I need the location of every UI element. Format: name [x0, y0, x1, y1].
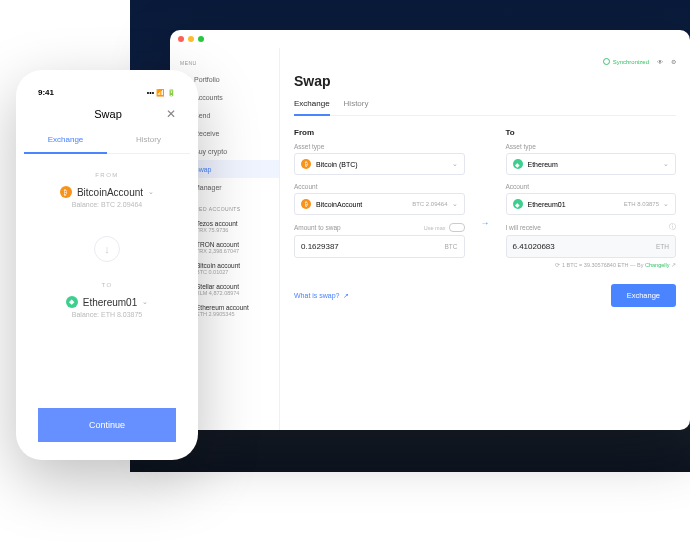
swap-arrow-icon: →: [479, 218, 492, 228]
phone-header: Swap ✕: [24, 101, 190, 127]
to-heading: To: [506, 128, 677, 137]
page-title: Swap: [294, 73, 676, 89]
use-max-toggle[interactable]: Use max: [424, 223, 465, 232]
tab-exchange[interactable]: Exchange: [294, 99, 330, 116]
main-content: Synchronized 👁 ⚙ Swap Exchange History F…: [280, 48, 690, 430]
phone-tab-exchange[interactable]: Exchange: [24, 127, 107, 154]
close-icon[interactable]: ✕: [166, 107, 176, 121]
asset-type-label: Asset type: [294, 143, 465, 150]
to-account-select[interactable]: ◆ Ethereum01 ⌄: [66, 296, 148, 308]
phone-title: Swap: [94, 108, 122, 120]
from-account-select[interactable]: ₿ BitcoinAccount ⌄: [60, 186, 154, 198]
topbar: Synchronized 👁 ⚙: [294, 58, 676, 65]
chevron-down-icon: ⌄: [142, 298, 148, 306]
tab-history[interactable]: History: [344, 99, 369, 115]
close-dot[interactable]: [178, 36, 184, 42]
to-asset-select[interactable]: ◆Ethereum ⌄: [506, 153, 677, 175]
bitcoin-icon: ₿: [301, 199, 311, 209]
clock: 9:41: [38, 88, 54, 97]
amount-label: Amount to swapUse max: [294, 223, 465, 232]
to-account-select[interactable]: ◆Ethereum01 ETH 8.03875⌄: [506, 193, 677, 215]
status-bar: 9:41 ••• 📶 🔋: [24, 78, 190, 101]
rate-line: ⟳ 1 BTC = 39.30576840 ETH — By Changelly…: [506, 262, 677, 268]
account-label: Account: [506, 183, 677, 190]
receive-output: 6.41020683 ETH: [506, 235, 677, 258]
bitcoin-icon: ₿: [301, 159, 311, 169]
from-label: FROM: [95, 172, 119, 178]
max-dot[interactable]: [198, 36, 204, 42]
from-column: From Asset type ₿Bitcoin (BTC) ⌄ Account…: [294, 128, 465, 262]
ethereum-icon: ◆: [66, 296, 78, 308]
ethereum-icon: ◆: [513, 159, 523, 169]
account-label: Account: [294, 183, 465, 190]
sync-status: Synchronized: [603, 58, 649, 65]
chevron-down-icon: ⌄: [452, 200, 458, 208]
from-account-select[interactable]: ₿BitcoinAccount BTC 2.09464⌄: [294, 193, 465, 215]
min-dot[interactable]: [188, 36, 194, 42]
to-label: TO: [101, 282, 112, 288]
chevron-down-icon: ⌄: [452, 160, 458, 168]
receive-label: I will receiveⓘ: [506, 223, 677, 232]
eye-icon[interactable]: 👁: [657, 59, 663, 65]
chevron-down-icon: ⌄: [663, 160, 669, 168]
info-icon[interactable]: ⓘ: [669, 223, 676, 232]
exchange-button[interactable]: Exchange: [611, 284, 676, 307]
window-chrome: [170, 30, 690, 48]
from-balance: Balance: BTC 2.09464: [72, 201, 142, 208]
from-asset-select[interactable]: ₿Bitcoin (BTC) ⌄: [294, 153, 465, 175]
phone-tabs: Exchange History: [24, 127, 190, 154]
help-link[interactable]: What is swap? ↗: [294, 292, 349, 300]
subtabs: Exchange History: [294, 99, 676, 116]
continue-button[interactable]: Continue: [38, 408, 176, 442]
to-balance: Balance: ETH 8.03875: [72, 311, 142, 318]
amount-input[interactable]: 0.1629387 BTC: [294, 235, 465, 258]
bitcoin-icon: ₿: [60, 186, 72, 198]
swap-direction-icon[interactable]: ↓: [94, 236, 120, 262]
mobile-app: 9:41 ••• 📶 🔋 Swap ✕ Exchange History FRO…: [16, 70, 198, 460]
ethereum-icon: ◆: [513, 199, 523, 209]
chevron-down-icon: ⌄: [663, 200, 669, 208]
to-column: To Asset type ◆Ethereum ⌄ Account ◆Ether…: [506, 128, 677, 268]
from-heading: From: [294, 128, 465, 137]
phone-tab-history[interactable]: History: [107, 127, 190, 153]
asset-type-label: Asset type: [506, 143, 677, 150]
menu-heading: MENU: [170, 56, 279, 70]
status-icons: ••• 📶 🔋: [147, 89, 176, 97]
settings-icon[interactable]: ⚙: [671, 58, 676, 65]
chevron-down-icon: ⌄: [148, 188, 154, 196]
desktop-app: MENU 📊Portfolio ⊞Accounts ↗Send ↙Receive…: [170, 30, 690, 430]
